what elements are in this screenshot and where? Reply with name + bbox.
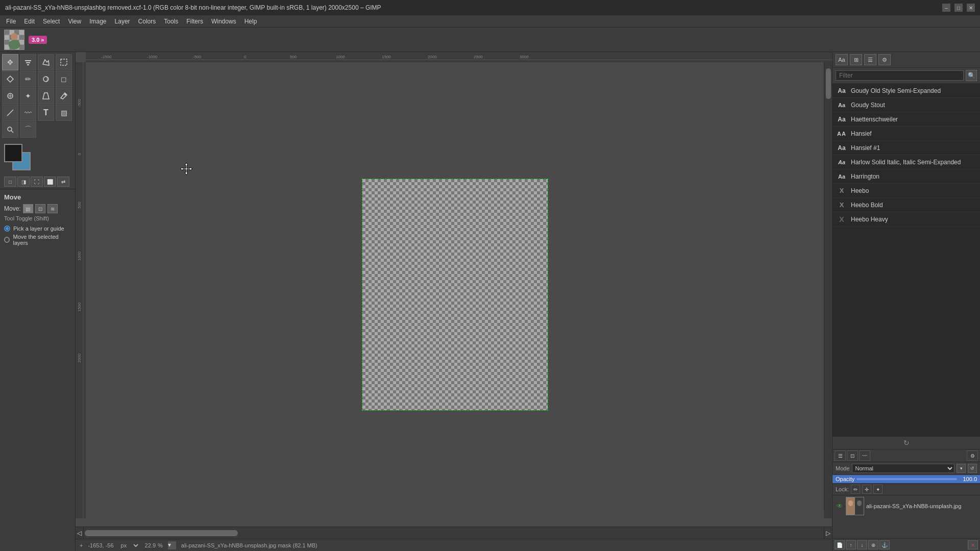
lock-pixels-btn[interactable]: ✏ <box>851 485 860 494</box>
color-picker-btn[interactable] <box>56 88 72 104</box>
menu-tools[interactable]: Tools <box>160 17 182 26</box>
layers-tab-btn[interactable]: ☰ <box>835 450 846 461</box>
menu-layer[interactable]: Layer <box>111 17 134 26</box>
font-item-harlow[interactable]: Aa Harlow Solid Italic, Italic Semi-Expa… <box>832 155 980 169</box>
zoom-tool-btn[interactable] <box>2 121 18 138</box>
quick-mask-btn[interactable]: ◨ <box>17 177 30 187</box>
font-item-harrington[interactable]: Aa Harrington <box>832 169 980 184</box>
scroll-corner <box>824 510 832 518</box>
grid-view-btn[interactable]: ⊞ <box>850 54 862 65</box>
smudge-btn[interactable]: 〰 <box>20 105 36 121</box>
mode-reset-btn[interactable]: ↺ <box>968 464 977 473</box>
zoom-dropdown-btn[interactable]: ▾ <box>168 541 176 549</box>
font-item-hansief1[interactable]: Aa Hansief #1 <box>832 141 980 155</box>
vertical-scrollbar[interactable] <box>824 62 832 518</box>
font-list: Aa Goudy Old Style Semi-Expanded Aa Goud… <box>832 84 980 436</box>
eraser-btn[interactable]: ◻ <box>56 71 72 87</box>
text-tool-btn[interactable]: T <box>38 105 54 121</box>
menu-windows[interactable]: Windows <box>207 17 240 26</box>
align-tool-btn[interactable] <box>20 54 36 70</box>
menu-file[interactable]: File <box>2 17 20 26</box>
blend-mode-select[interactable]: Normal Multiply Screen <box>852 464 954 473</box>
canvas-viewport[interactable] <box>86 62 824 527</box>
list-view-btn[interactable]: ☰ <box>864 54 876 65</box>
raise-layer-btn[interactable]: ↑ <box>846 540 856 549</box>
layers-config-btn[interactable]: ⚙ <box>967 450 978 461</box>
foreground-color[interactable] <box>4 144 22 162</box>
channels-tab-btn[interactable]: ⊡ <box>847 450 858 461</box>
scroll-left-btn[interactable]: ◁ <box>76 527 84 539</box>
lock-alpha-btn[interactable]: ✦ <box>873 485 883 494</box>
font-item-goudy-old[interactable]: Aa Goudy Old Style Semi-Expanded <box>832 84 980 98</box>
close-btn[interactable]: ✕ <box>967 4 975 12</box>
screen-btn[interactable]: ⛶ <box>31 177 43 187</box>
lower-layer-btn[interactable]: ↓ <box>857 540 867 549</box>
mode-dropdown-btn[interactable]: ▾ <box>957 464 966 473</box>
image-thumb[interactable] <box>4 30 24 50</box>
menu-select[interactable]: Select <box>39 17 64 26</box>
font-item-heebo-heavy[interactable]: X Heebo Heavy <box>832 212 980 227</box>
pencil-btn[interactable]: ✏ <box>20 71 36 87</box>
font-item-hansief[interactable]: AA Hansief <box>832 127 980 141</box>
font-tool-btn[interactable]: Aa <box>836 54 848 65</box>
svg-point-67 <box>848 500 853 506</box>
menu-image[interactable]: Image <box>85 17 110 26</box>
move-selection-icon-btn[interactable]: ⊡ <box>35 204 45 213</box>
paths-tab-btn[interactable]: 〰 <box>859 450 870 461</box>
perspective-btn[interactable] <box>38 88 54 104</box>
menu-filters[interactable]: Filters <box>182 17 207 26</box>
menu-edit[interactable]: Edit <box>20 17 39 26</box>
status-filename: ali-pazani-SS_xYa-hNB8-unsplash.jpg mask… <box>181 542 317 548</box>
menu-view[interactable]: View <box>64 17 85 26</box>
filter-search-btn[interactable]: 🔍 <box>966 70 977 81</box>
paint-btn[interactable] <box>38 71 54 87</box>
new-layer-btn[interactable]: 📄 <box>835 540 845 549</box>
lock-position-btn[interactable]: ✛ <box>862 485 871 494</box>
move-selected-radio[interactable]: Move the selected layers <box>4 234 71 246</box>
move-tool-btn[interactable]: ✥ <box>2 54 18 70</box>
normal-view-btn[interactable]: □ <box>4 177 16 187</box>
menu-help[interactable]: Help <box>240 17 261 26</box>
layer-thumbnail <box>846 497 864 515</box>
font-item-goudy-stout[interactable]: Aa Goudy Stout <box>832 98 980 112</box>
status-add-btn[interactable]: + <box>80 542 83 548</box>
font-item-heebo-bold[interactable]: X Heebo Bold <box>832 198 980 212</box>
svg-rect-12 <box>26 62 30 63</box>
delete-layer-btn[interactable]: ✕ <box>968 540 978 549</box>
clone-btn[interactable] <box>2 88 18 104</box>
filter-input[interactable] <box>836 70 964 81</box>
unit-select[interactable]: px mm inch <box>119 542 140 549</box>
scrollbar-h-track[interactable] <box>84 527 824 539</box>
minimize-btn[interactable]: – <box>942 4 950 12</box>
font-preview-icon: Aa <box>837 114 847 124</box>
vertical-scrollbar-thumb[interactable] <box>826 68 831 99</box>
layer-item[interactable]: 👁 ali-pazani-SS_xYa-hNB8-unsplash.jpg <box>832 495 980 517</box>
menu-colors[interactable]: Colors <box>134 17 160 26</box>
blend-tool-btn[interactable]: ▨ <box>56 105 72 121</box>
free-select-btn[interactable] <box>38 54 54 70</box>
pick-layer-radio[interactable]: Pick a layer or guide <box>4 226 71 232</box>
svg-point-68 <box>857 500 862 506</box>
fullscreen-btn[interactable]: ⬜ <box>44 177 56 187</box>
duplicate-layer-btn[interactable]: ⊕ <box>868 540 878 549</box>
move-path-icon-btn[interactable]: ≋ <box>47 204 58 213</box>
flip-btn[interactable]: ⇄ <box>57 177 69 187</box>
scrollbar-h-thumb[interactable] <box>85 530 238 536</box>
curves-btn[interactable]: ⌒ <box>20 121 36 138</box>
font-config-btn[interactable]: ⚙ <box>878 54 891 65</box>
svg-rect-4 <box>19 35 24 40</box>
anchor-layer-btn[interactable]: ⚓ <box>879 540 890 549</box>
scroll-right-btn[interactable]: ▷ <box>824 527 832 539</box>
opacity-slider[interactable] <box>856 478 957 480</box>
font-refresh-btn[interactable]: ↻ <box>832 436 980 449</box>
move-layer-icon-btn[interactable]: ▤ <box>23 204 33 213</box>
select-by-color-btn[interactable] <box>2 71 18 87</box>
measure-btn[interactable] <box>2 105 18 121</box>
font-item-heebo[interactable]: X Heebo <box>832 184 980 198</box>
font-name: Heebo Bold <box>851 202 883 209</box>
heal-btn[interactable]: ✦ <box>20 88 36 104</box>
layer-visibility-btn[interactable]: 👁 <box>836 502 844 510</box>
fuzzy-select-btn[interactable] <box>56 54 72 70</box>
maximize-btn[interactable]: □ <box>954 4 963 12</box>
font-item-haettenschweiler[interactable]: Aa Haettenschweiler <box>832 112 980 127</box>
